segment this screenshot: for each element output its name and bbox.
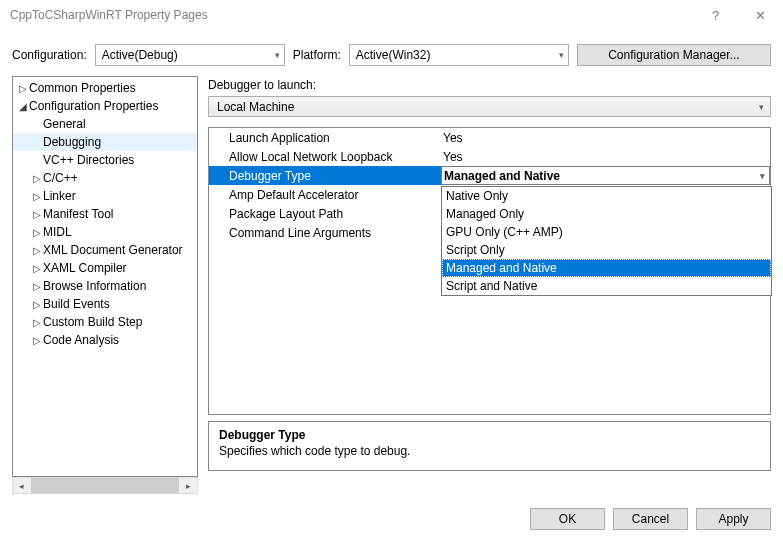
property-name: Debugger Type	[209, 169, 441, 183]
tree-item-label: General	[43, 117, 86, 131]
tree-expand-icon[interactable]: ▷	[17, 83, 29, 94]
property-value[interactable]: Managed and Native▾	[441, 166, 770, 185]
tree-item-label: Linker	[43, 189, 76, 203]
tree-expand-icon[interactable]: ▷	[31, 317, 43, 328]
config-bar: Configuration: Active(Debug) ▾ Platform:…	[0, 30, 783, 76]
dropdown-option[interactable]: Managed and Native	[442, 259, 771, 277]
tree-expand-icon[interactable]: ▷	[31, 227, 43, 238]
tree-item-label: Debugging	[43, 135, 101, 149]
debugger-launch-label: Debugger to launch:	[208, 78, 771, 92]
platform-value: Active(Win32)	[356, 48, 431, 62]
property-grid[interactable]: Launch ApplicationYesAllow Local Network…	[208, 127, 771, 415]
platform-label: Platform:	[293, 48, 341, 62]
description-title: Debugger Type	[219, 428, 760, 442]
description-panel: Debugger Type Specifies which code type …	[208, 421, 771, 471]
dropdown-option[interactable]: GPU Only (C++ AMP)	[442, 223, 771, 241]
tree-item[interactable]: ▷Custom Build Step	[13, 313, 197, 331]
tree-expand-icon[interactable]: ▷	[31, 245, 43, 256]
tree-item-label: MIDL	[43, 225, 72, 239]
chevron-down-icon[interactable]: ▾	[760, 171, 765, 181]
configuration-value: Active(Debug)	[102, 48, 178, 62]
property-name: Launch Application	[209, 131, 441, 145]
property-value[interactable]: Yes	[441, 150, 770, 164]
debugger-launch-combo[interactable]: Local Machine ▾	[208, 96, 771, 117]
help-icon[interactable]: ?	[693, 0, 738, 30]
property-row[interactable]: Debugger TypeManaged and Native▾	[209, 166, 770, 185]
tree-item[interactable]: ▷Build Events	[13, 295, 197, 313]
dropdown-option[interactable]: Script and Native	[442, 277, 771, 295]
tree-item-label: Build Events	[43, 297, 110, 311]
property-name: Command Line Arguments	[209, 226, 441, 240]
tree-expand-icon[interactable]: ▷	[31, 191, 43, 202]
dialog-footer: OK Cancel Apply	[0, 494, 783, 530]
configuration-combo[interactable]: Active(Debug) ▾	[95, 44, 285, 66]
apply-button[interactable]: Apply	[696, 508, 771, 530]
tree-item[interactable]: VC++ Directories	[13, 151, 197, 169]
tree-item-label: VC++ Directories	[43, 153, 134, 167]
tree-expand-icon[interactable]: ▷	[31, 281, 43, 292]
dropdown-option[interactable]: Script Only	[442, 241, 771, 259]
tree-item[interactable]: ▷Linker	[13, 187, 197, 205]
scroll-right-icon[interactable]: ▸	[180, 481, 197, 491]
tree-item[interactable]: ▷Code Analysis	[13, 331, 197, 349]
tree-item[interactable]: ▷MIDL	[13, 223, 197, 241]
tree-expand-icon[interactable]: ▷	[31, 209, 43, 220]
configuration-label: Configuration:	[12, 48, 87, 62]
platform-combo[interactable]: Active(Win32) ▾	[349, 44, 569, 66]
titlebar: CppToCSharpWinRT Property Pages ? ✕	[0, 0, 783, 30]
horizontal-scrollbar[interactable]: ◂ ▸	[12, 477, 198, 494]
scroll-left-icon[interactable]: ◂	[13, 481, 30, 491]
chevron-down-icon: ▾	[559, 50, 564, 60]
cancel-button[interactable]: Cancel	[613, 508, 688, 530]
dropdown-option[interactable]: Native Only	[442, 187, 771, 205]
property-value[interactable]: Yes	[441, 131, 770, 145]
tree-item-label: Configuration Properties	[29, 99, 158, 113]
tree-item-label: Common Properties	[29, 81, 136, 95]
tree-item-label: Custom Build Step	[43, 315, 142, 329]
tree-item-label: XML Document Generator	[43, 243, 183, 257]
tree-expand-icon[interactable]: ▷	[31, 299, 43, 310]
description-text: Specifies which code type to debug.	[219, 444, 760, 458]
property-row[interactable]: Allow Local Network LoopbackYes	[209, 147, 770, 166]
configuration-manager-button[interactable]: Configuration Manager...	[577, 44, 771, 66]
tree-item[interactable]: ▷Browse Information	[13, 277, 197, 295]
tree-expand-icon[interactable]: ▷	[31, 173, 43, 184]
window-title: CppToCSharpWinRT Property Pages	[10, 8, 693, 22]
ok-button[interactable]: OK	[530, 508, 605, 530]
tree-item[interactable]: ▷Manifest Tool	[13, 205, 197, 223]
tree-expand-icon[interactable]: ◢	[17, 101, 29, 112]
tree-item[interactable]: ▷Common Properties	[13, 79, 197, 97]
nav-tree[interactable]: ▷Common Properties◢Configuration Propert…	[12, 76, 198, 477]
tree-item[interactable]: ▷XAML Compiler	[13, 259, 197, 277]
debugger-launch-value: Local Machine	[217, 100, 294, 114]
tree-item-label: Code Analysis	[43, 333, 119, 347]
property-name: Allow Local Network Loopback	[209, 150, 441, 164]
chevron-down-icon: ▾	[275, 50, 280, 60]
debugger-type-dropdown[interactable]: Native OnlyManaged OnlyGPU Only (C++ AMP…	[441, 186, 772, 296]
tree-item[interactable]: ▷C/C++	[13, 169, 197, 187]
dropdown-option[interactable]: Managed Only	[442, 205, 771, 223]
property-row[interactable]: Launch ApplicationYes	[209, 128, 770, 147]
property-name: Amp Default Accelerator	[209, 188, 441, 202]
tree-expand-icon[interactable]: ▷	[31, 335, 43, 346]
scroll-thumb[interactable]	[31, 478, 179, 493]
chevron-down-icon: ▾	[759, 102, 764, 112]
tree-item[interactable]: Debugging	[13, 133, 197, 151]
tree-item[interactable]: General	[13, 115, 197, 133]
tree-item[interactable]: ▷XML Document Generator	[13, 241, 197, 259]
tree-item-label: C/C++	[43, 171, 78, 185]
tree-item-label: Manifest Tool	[43, 207, 113, 221]
tree-item[interactable]: ◢Configuration Properties	[13, 97, 197, 115]
property-name: Package Layout Path	[209, 207, 441, 221]
close-icon[interactable]: ✕	[738, 0, 783, 30]
tree-item-label: Browse Information	[43, 279, 146, 293]
tree-item-label: XAML Compiler	[43, 261, 127, 275]
tree-expand-icon[interactable]: ▷	[31, 263, 43, 274]
